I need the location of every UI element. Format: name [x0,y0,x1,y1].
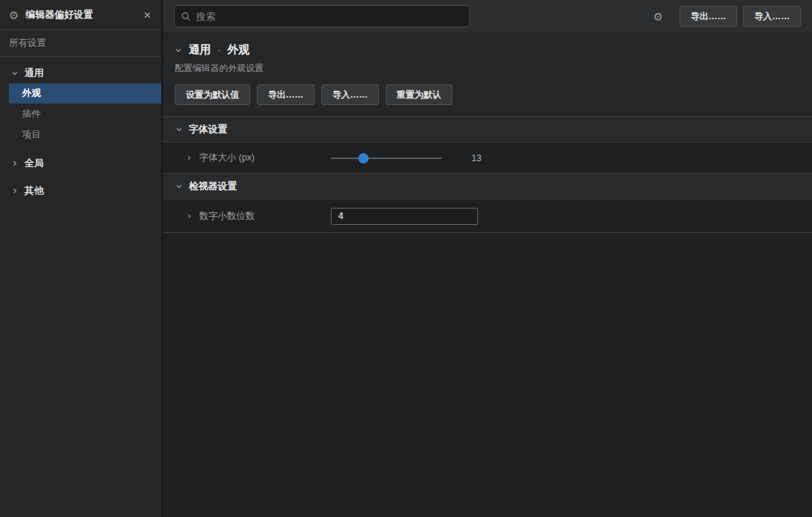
sidebar-item-plugins[interactable]: 插件 [9,104,161,124]
setting-label: 字体大小 (px) [199,152,331,164]
chevron-right-icon[interactable] [186,155,195,161]
breadcrumb-separator: - [218,45,221,55]
settings-tree: 通用 外观 插件 项目 全局 [0,57,161,204]
export-settings-button[interactable]: 导出…… [257,84,315,105]
section-header-inspector[interactable]: 检视器设置 [163,173,812,199]
sidebar-titlebar: ⚙ 编辑器偏好设置 × [0,0,161,30]
chevron-down-icon [175,126,183,133]
tree-group-label: 其他 [24,184,44,197]
font-size-slider[interactable] [331,153,442,163]
chevron-down-icon [11,70,19,77]
breadcrumb-group: 通用 [189,43,211,57]
sidebar-item-all-settings[interactable]: 所有设置 [0,30,161,57]
chevron-down-icon[interactable] [175,47,182,54]
settings-gear-icon[interactable]: ⚙ [654,11,663,22]
gear-icon: ⚙ [9,10,19,21]
sidebar-item-project[interactable]: 项目 [9,125,161,145]
sidebar: ⚙ 编辑器偏好设置 × 所有设置 通用 外观 插件 项目 [0,0,163,517]
topbar: ⚙ 导出…… 导入…… [163,0,812,33]
header-actions: 设置为默认值 导出…… 导入…… 重置为默认 [175,84,800,105]
tree-group-general: 通用 外观 插件 项目 [0,64,161,145]
chevron-down-icon [175,183,183,190]
tree-group-global-row[interactable]: 全局 [0,154,161,172]
page-header: 通用 - 外观 配置编辑器的外观设置 设置为默认值 导出…… 导入…… 重置为默… [163,33,812,116]
page-title: 外观 [227,43,249,57]
page-subtitle: 配置编辑器的外观设置 [175,62,800,75]
preferences-window: ⚙ 编辑器偏好设置 × 所有设置 通用 外观 插件 项目 [0,0,812,517]
search-icon [181,12,191,21]
export-button[interactable]: 导出…… [680,6,737,27]
search-input[interactable] [196,11,463,22]
set-as-default-button[interactable]: 设置为默认值 [175,84,250,105]
font-size-value: 13 [472,153,481,163]
main-panel: ⚙ 导出…… 导入…… 通用 - 外观 配置编辑器的外观设置 设置为默认值 导出… [163,0,812,517]
sidebar-item-appearance[interactable]: 外观 [9,84,161,104]
section-header-font[interactable]: 字体设置 [163,116,812,142]
slider-thumb[interactable] [358,153,369,163]
tree-children-general: 外观 插件 项目 [9,84,161,145]
window-title: 编辑器偏好设置 [25,8,135,21]
section-title: 字体设置 [189,123,227,136]
chevron-right-icon[interactable] [186,213,195,220]
slider-track[interactable] [331,158,442,159]
setting-row-decimal-places: 数字小数位数 [163,199,812,233]
import-button[interactable]: 导入…… [743,6,801,27]
tree-group-label: 通用 [24,67,44,80]
tree-group-global: 全局 [0,154,161,172]
chevron-right-icon [11,160,19,167]
close-icon[interactable]: × [142,9,152,21]
search-box[interactable] [174,5,470,27]
import-settings-button[interactable]: 导入…… [321,84,379,105]
tree-group-general-row[interactable]: 通用 [0,64,161,82]
setting-row-font-size: 字体大小 (px) 13 [163,142,812,173]
reset-to-default-button[interactable]: 重置为默认 [386,84,452,105]
chevron-right-icon [11,187,19,195]
tree-group-label: 全局 [24,157,44,170]
decimal-places-input[interactable] [331,208,478,225]
tree-group-other: 其他 [0,181,161,200]
empty-content-area [163,233,812,517]
section-title: 检视器设置 [189,180,237,193]
tree-group-other-row[interactable]: 其他 [0,181,161,200]
breadcrumb: 通用 - 外观 [175,43,800,57]
setting-label: 数字小数位数 [199,210,331,223]
